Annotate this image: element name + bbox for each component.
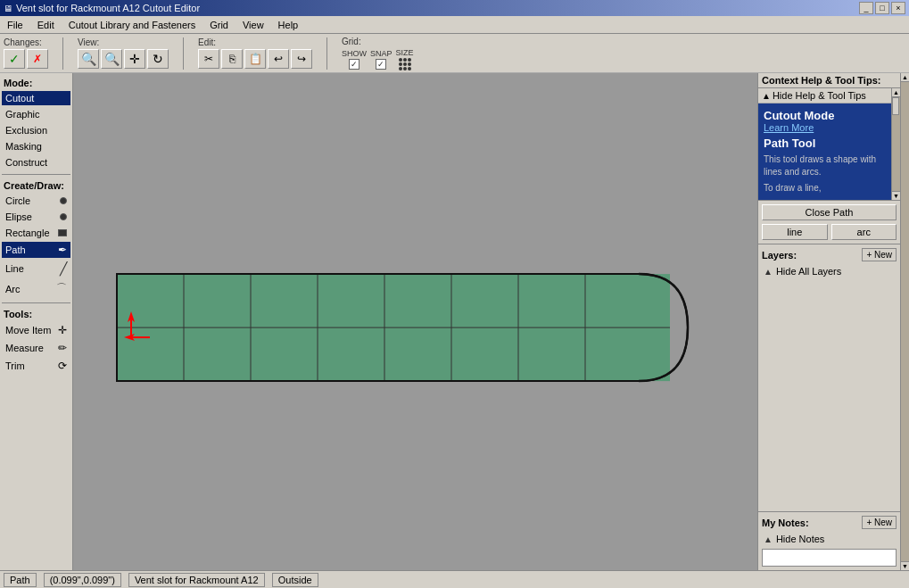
edit-group: Edit: ✂ ⎘ 📋 ↩ ↪ (198, 37, 312, 69)
notes-input[interactable] (762, 549, 897, 567)
undo-button[interactable]: ↩ (268, 49, 289, 69)
pan-button[interactable]: ✛ (124, 49, 145, 69)
grid-size-button[interactable] (399, 58, 411, 70)
main-scrollbar: ▲ ▼ (900, 73, 909, 570)
sidebar-item-elipse[interactable]: Elipse (2, 210, 70, 224)
menu-cutout-library[interactable]: Cutout Library and Fasteners (65, 19, 199, 31)
move-icon: ✛ (58, 324, 67, 336)
close-button[interactable]: × (891, 2, 905, 14)
accept-button[interactable]: ✓ (4, 49, 25, 69)
main-scroll-up[interactable]: ▲ (901, 73, 909, 82)
hide-notes-button[interactable]: ▲ Hide Notes (762, 533, 897, 545)
close-path-area: Close Path line arc (758, 201, 900, 244)
sidebar-item-masking[interactable]: Masking (2, 139, 70, 153)
menu-edit[interactable]: Edit (34, 19, 58, 31)
sidebar-item-cutout[interactable]: Cutout (2, 91, 70, 105)
notes-new-button[interactable]: + New (862, 516, 897, 529)
refresh-button[interactable]: ↻ (147, 49, 169, 69)
grid-show-checkbox[interactable] (349, 59, 359, 70)
changes-group: Changes: ✓ ✗ (4, 37, 48, 69)
separator-1 (62, 37, 63, 70)
menu-grid[interactable]: Grid (206, 19, 232, 31)
edit-btn1[interactable]: ✂ (198, 49, 219, 69)
svg-rect-12 (132, 336, 150, 338)
close-path-button[interactable]: Close Path (762, 204, 897, 220)
scrollbar-down-btn[interactable]: ▼ (892, 191, 900, 200)
arc-button[interactable]: arc (831, 224, 897, 240)
sidebar-item-measure[interactable]: Measure ✏ (2, 340, 70, 356)
grid-size-label: SIZE (396, 48, 414, 57)
line-icon: ╱ (60, 261, 67, 276)
status-position: Outside (272, 573, 318, 587)
sidebar-item-construct[interactable]: Construct (2, 155, 70, 170)
view-group: View: 🔍 🔍 ✛ ↻ (78, 37, 169, 69)
grid-show-label: SHOW (342, 49, 367, 58)
separator-2 (183, 37, 184, 70)
elipse-dot-icon (60, 213, 67, 220)
sidebar-item-circle[interactable]: Circle (2, 194, 70, 208)
zoom-in-button[interactable]: 🔍 (101, 49, 122, 69)
scrollbar-thumb[interactable] (892, 97, 899, 115)
sidebar-item-line[interactable]: Line ╱ (2, 260, 70, 277)
status-mode: Path (4, 573, 37, 587)
scrollbar-track (892, 97, 900, 191)
main-scroll-track (901, 82, 909, 561)
context-help-header: Context Help & Tool Tips: (758, 73, 900, 88)
menu-help[interactable]: Help (275, 19, 302, 31)
vent-slot-drawing (108, 265, 723, 390)
sep-draw-tools (2, 302, 70, 303)
zoom-out-button[interactable]: 🔍 (78, 49, 99, 69)
trim-icon: ⟳ (58, 360, 67, 372)
collapse-arrow-icon: ▲ (762, 91, 771, 101)
grid-group: Grid: SHOW SNAP SIZE (342, 37, 414, 70)
maximize-button[interactable]: □ (875, 2, 889, 14)
graphic-label: Graphic (5, 109, 40, 120)
layers-header: Layers: + New (762, 248, 897, 261)
main-layout: Mode: Cutout Graphic Exclusion Masking C… (0, 73, 909, 570)
learn-more-link[interactable]: Learn More (764, 122, 886, 133)
menu-view[interactable]: View (239, 19, 268, 31)
help-tool-desc: This tool draws a shape with lines and a… (764, 153, 886, 178)
sidebar-item-rectangle[interactable]: Rectangle (2, 226, 70, 240)
status-coords: (0.099",0.099") (44, 573, 121, 587)
sidebar: Mode: Cutout Graphic Exclusion Masking C… (0, 73, 73, 570)
sidebar-item-graphic[interactable]: Graphic (2, 107, 70, 121)
sidebar-item-exclusion[interactable]: Exclusion (2, 123, 70, 137)
layers-new-button[interactable]: + New (862, 248, 897, 261)
sidebar-item-path[interactable]: Path ✒ (2, 242, 70, 258)
notes-section: My Notes: + New ▲ Hide Notes (758, 512, 900, 570)
main-scroll-down[interactable]: ▼ (901, 561, 909, 570)
sep-mode-draw (2, 174, 70, 175)
cutout-label: Cutout (5, 93, 34, 104)
sidebar-item-trim[interactable]: Trim ⟳ (2, 358, 70, 374)
exclusion-label: Exclusion (5, 125, 47, 136)
grid-label: Grid: (342, 37, 361, 46)
hide-help-button[interactable]: ▲ Hide Help & Tool Tips (758, 88, 891, 104)
edit-btn3[interactable]: 📋 (244, 49, 266, 69)
scrollbar-up-btn[interactable]: ▲ (892, 88, 900, 97)
redo-button[interactable]: ↪ (291, 49, 312, 69)
notes-collapse-icon: ▲ (764, 534, 773, 544)
help-scrollbar[interactable]: ▲ ▼ (891, 88, 900, 200)
hide-all-layers-button[interactable]: ▲ Hide All Layers (762, 265, 897, 277)
notes-title: My Notes: (762, 518, 809, 528)
right-panel: Context Help & Tool Tips: ▲ Hide Help & … (757, 73, 909, 570)
edit-btn2[interactable]: ⎘ (221, 49, 243, 69)
sidebar-item-arc[interactable]: Arc ⌒ (2, 279, 70, 298)
menu-file[interactable]: File (4, 19, 27, 31)
canvas-area[interactable] (73, 73, 757, 570)
cancel-button[interactable]: ✗ (27, 49, 48, 69)
line-button[interactable]: line (762, 224, 828, 240)
grid-snap-checkbox[interactable] (376, 59, 386, 70)
layers-section: Layers: + New ▲ Hide All Layers (758, 244, 900, 512)
sidebar-item-move[interactable]: Move Item ✛ (2, 322, 70, 338)
measure-icon: ✏ (58, 342, 67, 354)
view-label: View: (78, 37, 99, 47)
minimize-button[interactable]: _ (859, 2, 873, 14)
circle-dot-icon (60, 197, 67, 204)
separator-3 (326, 37, 327, 70)
notes-header: My Notes: + New (762, 516, 897, 529)
masking-label: Masking (5, 141, 42, 152)
construct-label: Construct (5, 157, 47, 168)
context-help-title: Context Help & Tool Tips: (762, 75, 880, 86)
